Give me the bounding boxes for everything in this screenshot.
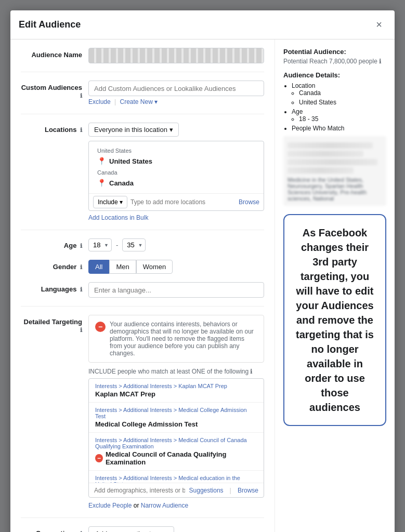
detail-location: Location Canada United States — [292, 82, 386, 106]
blurred-text: Medicine in the United States, Neurosurg… — [288, 177, 382, 202]
detail-people-who-match: People Who Match — [292, 125, 386, 132]
targeting-item: Interests > Additional Interests > Medic… — [89, 403, 264, 433]
location-sublist: Canada United States — [292, 89, 386, 106]
edit-audience-modal: Edit Audience × Audience Name Custom — [10, 10, 395, 532]
modal-header: Edit Audience × — [10, 10, 395, 39]
targeting-item: Interests > Additional Interests > Medic… — [89, 471, 264, 483]
add-targeting-row: Suggestions | Browse — [89, 483, 264, 497]
gender-content: All Men Women — [88, 260, 264, 274]
targeting-scroll-box: Interests > Additional Interests > Kapla… — [88, 378, 264, 498]
detail-location-us: United States — [299, 99, 386, 106]
exclude-people-link[interactable]: Exclude People — [88, 502, 132, 509]
browse-locations-button[interactable]: Browse — [239, 198, 259, 206]
browse-targeting-button[interactable]: Browse — [238, 487, 258, 494]
modal-overlay: Edit Audience × Audience Name Custom — [0, 0, 405, 532]
locations-info-icon: ℹ — [80, 127, 82, 133]
include-match-label: INCLUDE people who match at least ONE of… — [88, 368, 264, 375]
location-us-section-label: United States — [93, 145, 259, 155]
detailed-targeting-info-icon: ℹ — [80, 327, 82, 333]
audience-name-content — [88, 48, 264, 63]
targeting-name: Kaplan MCAT Prep — [95, 390, 257, 398]
suggestions-button[interactable]: Suggestions — [189, 487, 224, 494]
detail-age: Age 18 - 35 — [292, 108, 386, 123]
gender-info-icon: ℹ — [80, 264, 82, 270]
audience-details-title: Audience Details: — [283, 71, 386, 79]
flagged-item-name: Medical Council of Canada Qualifying Exa… — [106, 450, 257, 466]
targeting-breadcrumb: Interests > Additional Interests > Medic… — [95, 475, 257, 483]
targeting-item: Interests > Additional Interests > Kapla… — [89, 379, 264, 403]
audience-name-input[interactable] — [88, 48, 264, 63]
blurred-line-3 — [288, 159, 377, 165]
targeting-breadcrumb: Interests > Additional Interests > Medic… — [95, 437, 257, 449]
custom-audiences-label: Custom Audiences ℹ — [21, 81, 88, 99]
flagged-icon: − — [95, 454, 103, 462]
blurred-line-1 — [288, 142, 373, 149]
modal-title: Edit Audience — [19, 19, 81, 30]
location-add-row: Include ▾ Browse — [89, 193, 264, 210]
create-new-link[interactable]: Create New ▾ — [120, 98, 158, 105]
languages-input[interactable] — [88, 282, 264, 298]
annotation-text: As Facebook changes their 3rd party targ… — [296, 227, 374, 413]
age-max-select[interactable]: 35 40 45 — [122, 238, 146, 251]
languages-row: Languages ℹ — [21, 282, 264, 298]
targeting-items[interactable]: Interests > Additional Interests > Kapla… — [89, 379, 264, 483]
location-dropdown-button[interactable]: Everyone in this location ▾ — [88, 123, 179, 137]
add-location-input[interactable] — [130, 198, 236, 206]
audience-details-list: Location Canada United States Age 18 - 3… — [283, 82, 386, 132]
age-sublist: 18 - 35 — [292, 115, 386, 123]
custom-audiences-input[interactable] — [88, 81, 264, 96]
blurred-line-2 — [288, 151, 363, 157]
age-dash: - — [116, 241, 118, 249]
add-connection-button[interactable]: Add a connection type ▾ — [88, 526, 174, 532]
targeting-item-flagged: Interests > Additional Interests > Medic… — [89, 433, 264, 471]
connections-row: Connections ℹ Add a connection type ▾ — [21, 526, 264, 532]
detailed-targeting-label: Detailed Targeting ℹ — [21, 315, 88, 334]
blurred-details: Medicine in the United States, Neurosurg… — [283, 136, 386, 206]
blurred-line-4 — [288, 167, 354, 174]
location-ca-section-label: Canada — [93, 167, 259, 177]
warning-box: − Your audience contains interests, beha… — [88, 315, 264, 363]
location-scroll[interactable]: United States 📍 United States Canada 📍 C… — [89, 141, 264, 193]
locations-content: Everyone in this location ▾ United State… — [88, 123, 264, 221]
locations-label: Locations ℹ — [21, 123, 88, 134]
left-panel: Audience Name Custom Audiences ℹ — [10, 39, 275, 532]
targeting-name-flagged: − Medical Council of Canada Qualifying E… — [95, 450, 257, 466]
age-max-wrapper: 35 40 45 — [122, 238, 146, 251]
add-targeting-input[interactable] — [94, 487, 185, 494]
exclude-link[interactable]: Exclude — [88, 98, 111, 105]
pin-ca-icon: 📍 — [97, 179, 106, 187]
warning-text: Your audience contains interests, behavi… — [110, 321, 257, 357]
gender-men-button[interactable]: Men — [109, 260, 136, 274]
custom-audiences-info-icon: ℹ — [80, 92, 82, 99]
gender-all-button[interactable]: All — [88, 260, 109, 274]
gender-row: Gender ℹ All Men Women — [21, 260, 264, 274]
custom-audiences-row: Custom Audiences ℹ Exclude | Create New … — [21, 81, 264, 105]
annotation-box: As Facebook changes their 3rd party targ… — [283, 214, 386, 426]
age-label: Age ℹ — [21, 238, 88, 249]
custom-audiences-content: Exclude | Create New ▾ — [88, 81, 264, 105]
age-min-select[interactable]: 18 21 25 — [88, 238, 112, 251]
languages-label: Languages ℹ — [21, 282, 88, 293]
gender-women-button[interactable]: Women — [136, 260, 173, 274]
age-info-icon: ℹ — [80, 243, 82, 249]
connections-label: Connections ℹ — [21, 526, 88, 532]
languages-info-icon: ℹ — [80, 286, 82, 292]
age-gender-row: 18 21 25 - 35 40 45 — [88, 238, 264, 251]
modal-body: Audience Name Custom Audiences ℹ — [10, 39, 395, 532]
gender-label: Gender ℹ — [21, 260, 88, 271]
location-ca-item: 📍 Canada — [93, 177, 259, 189]
narrow-audience-link[interactable]: Narrow Audience — [141, 502, 188, 509]
custom-audiences-links: Exclude | Create New ▾ — [88, 98, 264, 105]
detail-location-ca: Canada — [299, 89, 386, 97]
include-button[interactable]: Include ▾ — [93, 196, 127, 208]
potential-reach-value: Potential Reach 7,800,000 people ℹ — [283, 58, 386, 65]
close-button[interactable]: × — [372, 17, 386, 33]
warning-icon: − — [95, 322, 106, 332]
targeting-name: Medical College Admission Test — [95, 420, 257, 428]
potential-reach-title: Potential Audience: — [283, 48, 386, 56]
languages-content — [88, 282, 264, 298]
detailed-targeting-row: Detailed Targeting ℹ − Your audience con… — [21, 315, 264, 509]
add-locations-bulk-link[interactable]: Add Locations in Bulk — [88, 214, 148, 221]
targeting-breadcrumb: Interests > Additional Interests > Medic… — [95, 407, 257, 419]
right-panel: Potential Audience: Potential Reach 7,80… — [275, 39, 395, 532]
